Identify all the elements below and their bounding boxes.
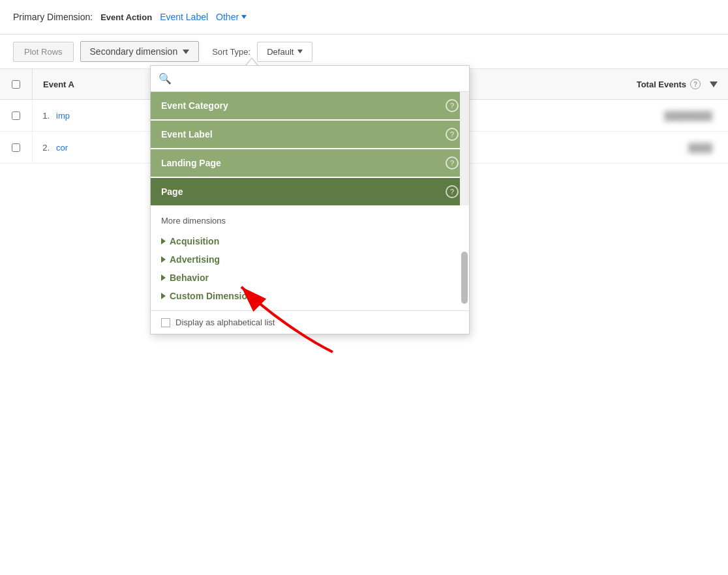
secondary-dimension-dropdown: 🔍 Event Category ? Event Label ? Landing…: [150, 65, 470, 334]
event-category-help-icon[interactable]: ?: [446, 99, 459, 112]
row-2-value: ████: [688, 143, 728, 153]
toolbar-row: Plot Rows Secondary dimension Sort Type:…: [0, 35, 728, 69]
expand-acquisition[interactable]: Acquisition: [161, 232, 459, 250]
header-checkbox-cell: [0, 69, 33, 99]
plot-rows-button[interactable]: Plot Rows: [13, 42, 74, 62]
dimension-item-event-category[interactable]: Event Category ?: [151, 92, 469, 119]
event-category-label: Event Category: [161, 100, 228, 111]
primary-dimension-bar: Primary Dimension: Event Action Event La…: [0, 0, 728, 35]
row-1-link[interactable]: imp: [56, 111, 70, 121]
panel-footer: Display as alphabetical list: [151, 310, 469, 334]
row-2-blurred-value: ████: [688, 143, 712, 153]
alphabetical-checkbox[interactable]: [161, 318, 170, 327]
row-2-number: 2.: [33, 143, 56, 153]
custom-dimensions-expand-icon: [161, 293, 166, 299]
advertising-expand-icon: [161, 256, 166, 263]
row-1-blurred-value: ████████: [664, 111, 712, 121]
expand-custom-dimensions[interactable]: Custom Dimensions: [161, 287, 459, 305]
more-dimensions-label: More dimensions: [161, 216, 459, 226]
total-events-header: Total Events ?: [626, 79, 728, 89]
header-checkbox[interactable]: [12, 80, 20, 89]
default-sort-arrow-icon: [297, 50, 303, 53]
advertising-label: Advertising: [170, 254, 220, 265]
page-label: Page: [161, 186, 183, 197]
other-dropdown[interactable]: Other: [216, 12, 247, 22]
row-1-checkbox[interactable]: [12, 111, 20, 120]
scrollbar-track: [460, 92, 469, 205]
other-label: Other: [216, 12, 239, 22]
row-1-number: 1.: [33, 111, 56, 121]
row-1-value: ████████: [664, 111, 728, 121]
sort-type-label: Sort Type:: [212, 47, 250, 57]
acquisition-label: Acquisition: [170, 236, 219, 246]
total-events-help-icon[interactable]: ?: [690, 79, 701, 89]
alphabetical-label: Display as alphabetical list: [175, 317, 275, 327]
row-2-checkbox-cell: [0, 132, 33, 163]
landing-page-label: Landing Page: [161, 158, 221, 168]
more-dimensions-section: More dimensions Acquisition Advertising …: [151, 207, 469, 310]
dropdown-caret-inner: [247, 59, 257, 65]
landing-page-help-icon[interactable]: ?: [446, 156, 459, 170]
row-2-checkbox[interactable]: [12, 143, 20, 152]
event-label-label: Event Label: [161, 129, 213, 140]
scrollbar-thumb[interactable]: [461, 252, 468, 304]
sort-direction-icon: [710, 81, 718, 87]
dimension-item-landing-page[interactable]: Landing Page ?: [151, 149, 469, 177]
default-sort-label: Default: [267, 47, 294, 57]
secondary-dimension-button[interactable]: Secondary dimension: [80, 41, 200, 62]
row-2-link[interactable]: cor: [56, 143, 68, 153]
expand-advertising[interactable]: Advertising: [161, 250, 459, 269]
other-dropdown-arrow-icon: [241, 15, 247, 19]
acquisition-expand-icon: [161, 238, 166, 244]
search-box: 🔍: [151, 66, 469, 92]
expand-behavior[interactable]: Behavior: [161, 269, 459, 287]
secondary-dimension-arrow-icon: [183, 50, 189, 54]
event-action-label: Event Action: [100, 12, 152, 22]
page-help-icon[interactable]: ?: [446, 185, 459, 198]
dimension-item-event-label[interactable]: Event Label ?: [151, 121, 469, 148]
search-input[interactable]: [177, 74, 461, 84]
event-label-help-icon[interactable]: ?: [446, 128, 459, 141]
default-sort-button[interactable]: Default: [257, 42, 312, 62]
primary-dimension-label: Primary Dimension:: [13, 12, 93, 22]
secondary-dimension-label: Secondary dimension: [90, 46, 178, 57]
dimension-item-page[interactable]: Page ?: [151, 178, 469, 205]
behavior-expand-icon: [161, 274, 166, 281]
total-events-label: Total Events: [637, 80, 686, 89]
custom-dimensions-label: Custom Dimensions: [170, 291, 258, 301]
search-icon: 🔍: [159, 72, 172, 85]
behavior-label: Behavior: [170, 273, 209, 283]
row-1-checkbox-cell: [0, 100, 33, 131]
event-label-link[interactable]: Event Label: [160, 12, 208, 22]
